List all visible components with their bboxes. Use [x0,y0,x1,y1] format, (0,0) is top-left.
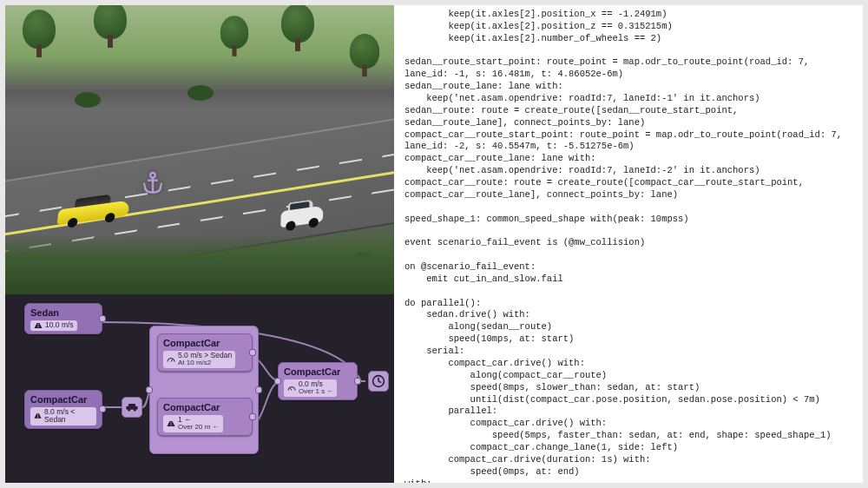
speed-badge: 10.0 m/s [30,320,77,331]
svg-rect-12 [171,422,172,424]
speed-line2: Over 1 s ← [299,388,333,396]
terrain-foreground [5,234,394,294]
accel-badge: 5.0 m/s > Sedan At 10 m/s2 [163,351,235,368]
speed-value: 8.0 m/s < Sedan [44,408,93,425]
vehicle-chip[interactable] [122,397,142,418]
speed-badge: 0.0 m/s Over 1 s ← [284,379,337,397]
node-title: CompactCar [158,399,252,414]
gauge-icon [287,384,296,392]
svg-rect-8 [128,404,135,406]
speed-badge: 8.0 m/s < Sedan [30,407,96,425]
left-column: Sedan 10.0 m/s CompactCar [5,5,394,483]
svg-point-10 [134,409,136,412]
compact-car-vehicle[interactable] [280,198,324,229]
anchor-icon[interactable] [141,170,165,201]
input-port[interactable] [146,386,153,393]
gauge-icon [167,355,175,364]
output-port[interactable] [249,349,256,356]
svg-rect-5 [37,415,38,416]
svg-rect-6 [37,417,38,418]
output-port[interactable] [99,406,106,412]
road-icon [167,419,175,428]
speed-value: 10.0 m/s [45,321,74,329]
node-compactcar-start[interactable]: CompactCar 8.0 m/s < Sedan [24,390,102,429]
output-port[interactable] [255,386,262,393]
svg-point-0 [150,173,155,178]
node-title: CompactCar [279,363,357,379]
accel-line2: At 10 m/s2 [178,359,232,367]
bush-icon [75,92,101,108]
node-sedan[interactable]: Sedan 10.0 m/s [24,303,102,334]
svg-rect-3 [38,324,39,326]
scenario-code[interactable]: keep(it.axles[2].position_x == -1.2491m)… [403,5,858,483]
scenario-graph-editor[interactable]: Sedan 10.0 m/s CompactCar [5,294,394,483]
svg-rect-4 [38,326,39,328]
input-port[interactable] [274,378,281,385]
node-title: Sedan [25,304,102,320]
scenario-3d-viewport[interactable] [5,5,394,294]
tree-icon [94,5,127,48]
lane-badge: 1 ← Over 20 m ← [163,415,223,432]
road-center-line [5,127,394,252]
node-title: CompactCar [158,334,252,350]
timer-chip[interactable] [368,371,389,392]
node-compactcar-lane[interactable]: CompactCar 1 ← Over 20 m ← [157,398,253,436]
svg-rect-13 [171,425,172,426]
road-icon [34,321,43,330]
output-port[interactable] [354,378,361,385]
node-compactcar-speed[interactable]: CompactCar 5.0 m/s > Sedan At 10 m/s2 [157,333,253,372]
app-split: Sedan 10.0 m/s CompactCar [5,5,863,483]
tree-icon [220,16,248,56]
node-title: CompactCar [25,391,102,406]
svg-line-11 [171,359,173,362]
clock-icon [372,374,385,388]
tree-icon [281,5,314,51]
code-editor-panel[interactable]: keep(it.axles[2].position_x == -1.2491m)… [394,5,863,483]
svg-line-17 [378,381,381,383]
road-icon [34,412,42,420]
tree-icon [23,10,56,57]
tree-icon [350,34,379,77]
lane-line2: Over 20 m ← [178,424,220,432]
node-compactcar-stop[interactable]: CompactCar 0.0 m/s Over 1 s ← [278,362,358,400]
bush-icon [187,85,214,101]
svg-line-14 [290,388,292,391]
parallel-group[interactable]: CompactCar 5.0 m/s > Sedan At 10 m/s2 [149,326,259,454]
output-port[interactable] [249,413,256,420]
svg-point-9 [128,409,130,412]
output-port[interactable] [99,315,106,322]
